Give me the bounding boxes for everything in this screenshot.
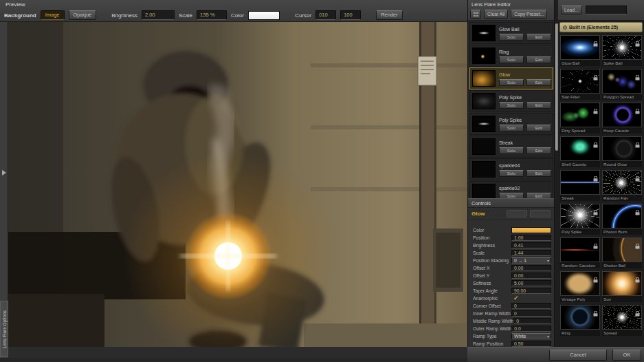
preset-browser-panel: Load... Built in (Elements 25) Glow Ball… (558, 0, 644, 347)
element-solo-button[interactable]: Solo (499, 170, 524, 177)
preset-element-cell[interactable]: Shell Caustic (560, 136, 600, 167)
controls-panel: Controls Glow Color Position 1.00 Bright… (468, 198, 555, 358)
brightness-label: Brightness (111, 12, 137, 19)
scale-field[interactable]: 135 % (197, 10, 227, 20)
flare-element-row[interactable]: Streak Solo Edit (469, 136, 553, 158)
element-solo-button[interactable]: Solo (499, 79, 524, 86)
parameter-value[interactable]: 1.44 (511, 250, 551, 256)
flare-element-row[interactable]: Poly Spike Solo Edit (469, 90, 553, 112)
parameter-value[interactable]: 0.50 (511, 341, 551, 347)
parameter-value[interactable]: 0.00 (511, 273, 551, 279)
flare-element-row[interactable]: Glow Ball Solo Edit (469, 22, 553, 44)
parameter-row: Inner Ramp Width 0 (468, 310, 555, 317)
preset-element-cell[interactable]: Shutter Ball (602, 237, 642, 268)
brightness-field[interactable]: 2.00 (142, 10, 175, 20)
preset-name: Spike Ball (602, 60, 642, 66)
element-edit-button[interactable]: Edit (526, 125, 551, 131)
browser-folder-header[interactable]: Built in (Elements 25) (559, 22, 643, 32)
element-solo-button[interactable]: Solo (499, 102, 524, 109)
element-solo-button[interactable]: Solo (499, 56, 524, 63)
preset-thumbnail (560, 103, 600, 127)
preset-thumbnail (602, 136, 642, 161)
parameter-row: Middle Ramp Width 0 (468, 317, 555, 325)
flare-element-row[interactable]: Poly Spike Solo Edit (469, 113, 553, 135)
element-solo-button[interactable]: Solo (499, 125, 524, 131)
preset-element-cell[interactable]: Glow Ball (560, 35, 600, 66)
load-button[interactable]: Load... (561, 6, 582, 14)
preview-image[interactable] (8, 22, 467, 347)
lens-flare-options-tab[interactable]: Lens Flare Options (0, 301, 8, 357)
element-edit-button[interactable]: Edit (526, 170, 551, 177)
parameter-value[interactable]: ✓ (511, 295, 551, 301)
preset-element-cell[interactable]: Streak (560, 170, 600, 201)
lock-icon (635, 307, 640, 319)
element-edit-button[interactable]: Edit (526, 56, 551, 63)
cancel-button[interactable]: Cancel (549, 350, 607, 361)
parameter-value[interactable]: 0.0 (511, 326, 551, 332)
preset-element-cell[interactable]: Ring (560, 305, 600, 336)
preset-element-cell[interactable]: Random Fan (602, 170, 642, 201)
background-opaque-button[interactable]: Opaque (69, 10, 97, 20)
parameter-value[interactable]: 0 (513, 318, 551, 324)
parameter-value[interactable]: 0 (511, 303, 551, 309)
element-edit-button[interactable]: Edit (526, 34, 551, 41)
preset-element-cell[interactable]: Hoop Caustic (602, 103, 642, 134)
element-name: Glow (499, 72, 553, 78)
background-image-button[interactable]: Image (41, 10, 65, 20)
stack-options-icon[interactable] (470, 10, 481, 19)
flare-element-row[interactable]: sparkle04 Solo Edit (469, 158, 553, 180)
parameter-row: Offset Y 0.00 (468, 272, 555, 279)
lock-icon (635, 138, 640, 151)
copy-preset-button[interactable]: Copy Preset... (511, 10, 547, 19)
parameter-row: Position 1.00 (468, 234, 555, 242)
search-input[interactable] (586, 6, 627, 14)
preset-element-cell[interactable]: Vintage Poly (560, 271, 600, 302)
element-edit-button[interactable]: Edit (526, 102, 551, 109)
preset-thumbnail (560, 170, 600, 195)
element-edit-button[interactable]: Edit (526, 79, 551, 86)
preset-element-cell[interactable]: Round Glow (602, 136, 642, 167)
element-solo-button[interactable]: Solo (499, 193, 524, 199)
element-solo-button[interactable]: Solo (499, 147, 524, 154)
preset-element-cell[interactable]: Photon Burn (602, 204, 642, 235)
side-tab-label: Lens Flare Options (2, 310, 7, 348)
element-edit-button[interactable]: Edit (526, 147, 551, 154)
clear-all-button[interactable]: Clear All (484, 10, 508, 19)
parameter-row: Color (468, 226, 555, 234)
element-edit-button[interactable]: Edit (526, 193, 551, 199)
preset-element-cell[interactable]: Poly Spike (560, 204, 600, 235)
cursor-y-field[interactable]: 100 (340, 10, 361, 20)
parameter-value[interactable]: 0 → 1 (511, 257, 551, 264)
parameter-value[interactable]: White (511, 333, 551, 339)
parameter-value[interactable]: 5.00 (511, 280, 551, 286)
parameter-value[interactable]: 0.00 (511, 265, 551, 271)
flare-element-row[interactable]: Ring Solo Edit (469, 45, 553, 67)
preview-color-swatch[interactable] (248, 11, 280, 20)
preset-element-cell[interactable]: Spike Ball (602, 35, 642, 66)
parameter-value[interactable]: 1.00 (511, 235, 551, 241)
parameter-value[interactable] (511, 227, 551, 233)
delete-button[interactable] (530, 210, 551, 217)
element-solo-button[interactable]: Solo (499, 34, 524, 41)
cursor-x-field[interactable]: 010 (315, 10, 336, 20)
preset-element-cell[interactable]: Polygon Spread (602, 69, 642, 100)
flare-element-row[interactable]: sparkle02 Solo Edit (469, 181, 553, 198)
render-button[interactable]: Render (376, 10, 403, 20)
preset-element-cell[interactable]: Spread (602, 305, 642, 336)
preset-element-cell[interactable]: Random Caustics (560, 237, 600, 268)
duplicate-button[interactable] (507, 210, 527, 217)
lock-icon (593, 37, 598, 50)
ok-button[interactable]: OK (612, 350, 641, 361)
parameter-value[interactable]: 0.41 (511, 242, 551, 248)
parameter-value[interactable]: 90.00 (511, 288, 551, 294)
expand-panel-arrow-icon[interactable] (2, 170, 6, 175)
preset-element-cell[interactable]: Dirty Spread (560, 103, 600, 134)
flare-element-row[interactable]: Glow Solo Edit (469, 67, 553, 89)
preset-element-cell[interactable]: Sun (602, 271, 642, 302)
preset-name: Photon Burn (602, 228, 642, 235)
cursor-label: Cursor (295, 12, 311, 19)
parameter-value[interactable]: 0 (511, 310, 551, 317)
parameter-label: Color (473, 228, 511, 233)
lock-icon (635, 37, 640, 50)
preset-element-cell[interactable]: Star Filter (560, 69, 600, 100)
